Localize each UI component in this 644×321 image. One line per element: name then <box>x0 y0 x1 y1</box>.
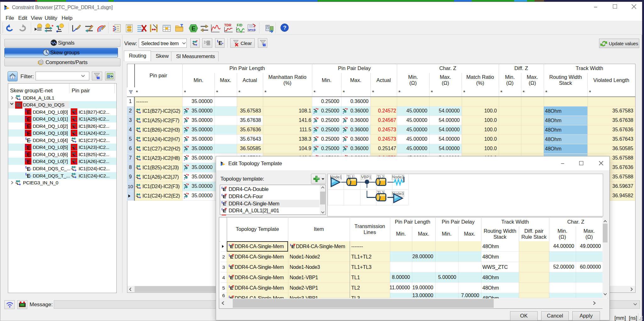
svg-text:E: E <box>27 144 31 150</box>
svg-text:E: E <box>192 25 196 32</box>
svg-text:SPICE: SPICE <box>248 29 256 31</box>
svg-text:E: E <box>27 173 31 179</box>
svg-text:TDR: TDR <box>224 23 231 27</box>
svg-text:E: E <box>27 138 31 144</box>
svg-text:E: E <box>27 130 31 136</box>
svg-text:E: E <box>27 166 31 172</box>
svg-text:E: E <box>27 152 31 158</box>
svg-text:E: E <box>27 116 31 122</box>
svg-text:F/D: F/D <box>237 23 242 27</box>
svg-text:E: E <box>219 40 222 46</box>
svg-text:E: E <box>27 123 31 129</box>
svg-text:?: ? <box>283 25 286 31</box>
svg-text:E: E <box>27 159 31 165</box>
svg-text:E: E <box>27 109 31 115</box>
